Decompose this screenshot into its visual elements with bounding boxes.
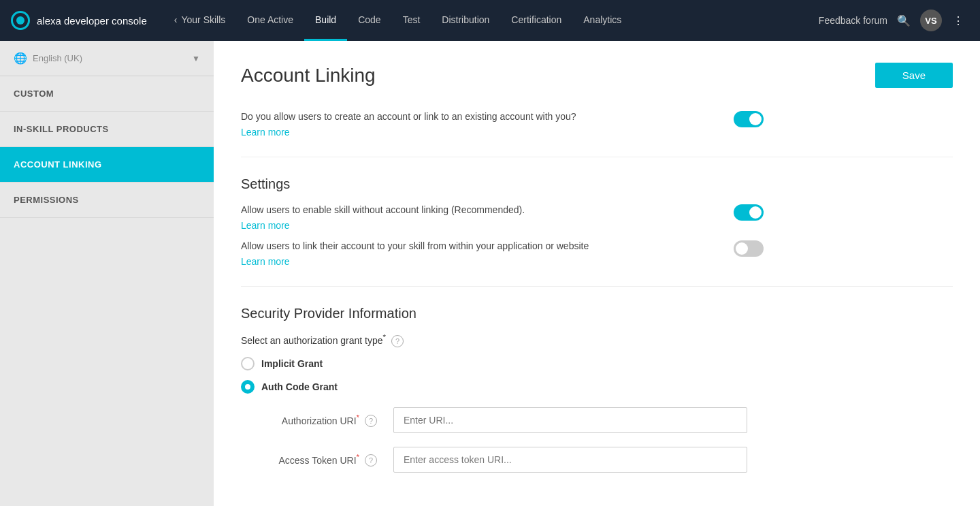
sidebar-item-account-linking[interactable]: ACCOUNT LINKING [0,147,214,183]
more-options-button[interactable]: ⋮ [947,10,969,31]
chevron-down-icon: ▼ [192,54,200,63]
setting1-text: Allow users to enable skill without acco… [241,203,717,217]
tab-build[interactable]: Build [304,0,347,41]
account-link-learn-more[interactable]: Learn more [241,127,717,138]
account-link-text: Do you allow users to create an account … [241,110,717,138]
tab-certification[interactable]: Certification [500,0,572,41]
account-link-toggle-row: Do you allow users to create an account … [241,110,953,138]
back-to-skills[interactable]: ‹ Your Skills [163,0,237,41]
alexa-logo-icon [11,11,30,30]
implicit-grant-radio[interactable] [241,357,255,370]
globe-icon: 🌐 [14,52,27,65]
tab-analytics[interactable]: Analytics [572,0,632,41]
language-label: English (UK) [33,53,186,63]
app-title: alexa developer console [37,15,147,27]
access-token-uri-row: Access Token URI* ? [241,447,953,473]
setting2-text-container: Allow users to link their account to you… [241,239,717,267]
auth-uri-help-icon[interactable]: ? [365,415,377,427]
implicit-grant-label: Implicit Grant [261,358,323,369]
auth-grant-help-icon[interactable]: ? [391,335,404,347]
save-button[interactable]: Save [875,63,953,88]
language-select[interactable]: 🌐 English (UK) ▼ [11,49,203,67]
main-content: Account Linking Save Do you allow users … [214,41,980,506]
tab-code[interactable]: Code [347,0,391,41]
sidebar-item-custom[interactable]: CUSTOM [0,76,214,112]
auth-uri-label: Authorization URI* ? [241,413,377,428]
settings-section-title: Settings [241,157,953,192]
topnav: alexa developer console ‹ Your Skills On… [0,0,980,41]
grant-type-radio-group: Implicit Grant Auth Code Grant [241,357,953,394]
account-link-toggle[interactable] [734,111,764,127]
sidebar-item-permissions[interactable]: PERMISSIONS [0,183,214,218]
app-logo[interactable]: alexa developer console [11,11,147,30]
setting1-slider [734,204,764,221]
auth-grant-label: Select an authorization grant type* ? [241,332,953,347]
search-button[interactable]: 🔍 [893,10,915,31]
language-selector-container: 🌐 English (UK) ▼ [0,41,214,76]
setting2-toggle-row: Allow users to link their account to you… [241,239,953,267]
auth-uri-input[interactable] [393,407,747,433]
sidebar: 🌐 English (UK) ▼ CUSTOM IN-SKILL PRODUCT… [0,41,214,506]
topnav-links: ‹ Your Skills One Active Build Code Test… [163,0,819,41]
setting2-slider [734,240,764,257]
auth-code-grant-label: Auth Code Grant [261,381,338,392]
setting1-toggle[interactable] [734,204,764,221]
security-section-title: Security Provider Information [241,286,953,321]
account-link-slider [734,111,764,127]
app-layout: 🌐 English (UK) ▼ CUSTOM IN-SKILL PRODUCT… [0,41,980,506]
page-title: Account Linking [241,65,376,86]
account-link-question: Do you allow users to create an account … [241,110,717,124]
setting2-text: Allow users to link their account to you… [241,239,717,253]
setting1-text-container: Allow users to enable skill without acco… [241,203,717,231]
skill-name-link[interactable]: One Active [236,0,304,41]
auth-grant-type-row: Select an authorization grant type* ? Im… [241,332,953,394]
auth-uri-row: Authorization URI* ? [241,407,953,433]
topnav-right: Feedback forum 🔍 VS ⋮ [819,10,969,31]
access-token-uri-label: Access Token URI* ? [241,452,377,467]
setting2-toggle[interactable] [734,240,764,257]
setting1-learn-more[interactable]: Learn more [241,220,717,231]
auth-code-grant-option[interactable]: Auth Code Grant [241,380,953,394]
tab-test[interactable]: Test [392,0,431,41]
setting2-learn-more[interactable]: Learn more [241,256,717,267]
sidebar-item-in-skill-products[interactable]: IN-SKILL PRODUCTS [0,112,214,147]
feedback-forum-link[interactable]: Feedback forum [819,15,887,26]
auth-code-grant-radio[interactable] [241,380,255,394]
page-header: Account Linking Save [241,63,953,88]
implicit-grant-option[interactable]: Implicit Grant [241,357,953,370]
back-arrow-icon: ‹ [174,14,178,25]
setting1-toggle-row: Allow users to enable skill without acco… [241,203,953,231]
access-token-uri-input[interactable] [393,447,747,473]
tab-distribution[interactable]: Distribution [431,0,500,41]
user-avatar[interactable]: VS [920,10,942,31]
access-token-help-icon[interactable]: ? [365,454,377,467]
